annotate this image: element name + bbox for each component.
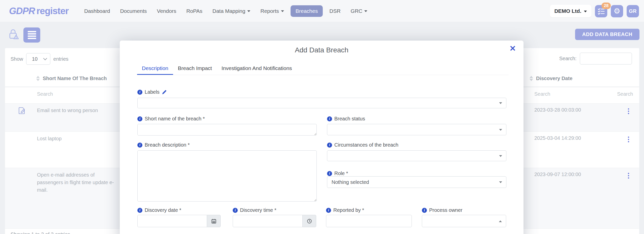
lock-warning-icon[interactable]: [7, 28, 20, 41]
info-icon[interactable]: i: [137, 208, 142, 213]
search-label: Search:: [559, 56, 577, 61]
tab-description[interactable]: Description: [137, 62, 173, 75]
labels-field-label: i Labels: [137, 89, 167, 95]
column-header-short-name[interactable]: Short Name Of The Breach: [36, 76, 107, 81]
breach-description-textarea[interactable]: [137, 150, 317, 202]
page-size-control: Show 10 entries: [11, 53, 68, 65]
info-icon[interactable]: i: [327, 116, 332, 121]
discovery-date: 2023-03-28 00:03:00: [534, 107, 581, 113]
discovery-time-input[interactable]: [233, 215, 303, 227]
discovery-date-group: [137, 215, 221, 227]
chevron-down-icon: [584, 11, 587, 12]
nav-item-reports[interactable]: Reports: [255, 5, 289, 17]
draft-document-icon: [18, 107, 25, 114]
chevron-down-icon: [281, 10, 284, 12]
chevron-down-icon: [499, 129, 502, 131]
short-name-textarea[interactable]: [137, 124, 317, 136]
role-label: i Role *: [327, 171, 348, 176]
chevron-down-icon: [43, 56, 47, 60]
row-actions-menu[interactable]: [626, 171, 631, 180]
app-logo[interactable]: GDPRregister: [9, 6, 69, 16]
info-icon[interactable]: i: [137, 116, 142, 121]
logo-register: register: [36, 6, 69, 16]
add-data-breach-button[interactable]: ADD DATA BREACH: [575, 29, 639, 40]
column-search-actions[interactable]: [617, 91, 640, 97]
role-select[interactable]: Nothing selected: [327, 176, 506, 188]
notification-badge: 28: [601, 3, 611, 9]
breach-name: Email sent to wrong person: [37, 107, 115, 114]
circumstances-select[interactable]: [327, 150, 506, 161]
reported-by-label: i Reported by *: [326, 207, 364, 213]
column-search-name[interactable]: [37, 91, 82, 97]
calendar-addon[interactable]: [207, 215, 221, 227]
info-icon[interactable]: i: [327, 143, 332, 148]
discovery-time-label: i Discovery time *: [233, 207, 276, 213]
company-selector[interactable]: DEMO Ltd.: [550, 5, 591, 17]
reported-by-input[interactable]: [326, 215, 412, 227]
short-name-label: i Short name of the breach *: [137, 116, 205, 122]
add-data-breach-modal: ✕ Add Data Breach Description Breach Imp…: [120, 41, 524, 234]
tab-investigation-notifications[interactable]: Investigation And Notifications: [217, 62, 297, 75]
main-nav: Dashboard Documents Vendors RoPAs Data M…: [79, 5, 373, 17]
discovery-time-group: [233, 215, 316, 227]
breach-status-select[interactable]: [327, 124, 506, 135]
nav-item-ropas[interactable]: RoPAs: [181, 5, 208, 17]
menu-icon: [28, 31, 36, 32]
logo-gdpr: GDPR: [9, 6, 35, 16]
nav-item-data-mapping[interactable]: Data Mapping: [207, 5, 255, 17]
discovery-date: 2025-03-04 14:29:00: [534, 135, 581, 141]
column-search-date[interactable]: [534, 91, 580, 97]
clock-icon: [307, 218, 312, 224]
gear-icon: ⚙: [614, 7, 620, 15]
navbar-right: DEMO Ltd. 28 ⚙ GR: [550, 0, 639, 22]
circumstances-label: i Circumstances of the breach: [327, 142, 398, 148]
breach-description-label: i Breach description *: [137, 142, 190, 148]
info-icon[interactable]: i: [422, 208, 427, 213]
page-size-select[interactable]: 10: [26, 53, 50, 65]
top-navbar: GDPRregister Dashboard Documents Vendors…: [0, 0, 644, 22]
breach-name: Lost laptop: [37, 135, 115, 142]
nav-item-vendors[interactable]: Vendors: [152, 5, 181, 17]
tasks-button[interactable]: 28: [595, 5, 607, 17]
role-select-value: Nothing selected: [332, 179, 369, 185]
nav-item-dsr[interactable]: DSR: [324, 5, 345, 17]
nav-item-breaches[interactable]: Breaches: [291, 5, 323, 17]
row-actions-menu[interactable]: [626, 107, 631, 116]
process-owner-label: i Process owner: [422, 207, 462, 213]
clock-addon[interactable]: [303, 215, 316, 227]
info-icon[interactable]: i: [233, 208, 238, 213]
process-owner-select[interactable]: [422, 215, 506, 227]
nav-item-documents[interactable]: Documents: [115, 5, 152, 17]
breach-name: Open e-mail addresses of passengers in f…: [37, 171, 115, 194]
info-icon[interactable]: i: [327, 171, 332, 176]
calendar-icon: [211, 218, 217, 224]
nav-item-grc[interactable]: GRC: [346, 5, 373, 17]
labels-select[interactable]: [137, 98, 506, 108]
modal-tabs: Description Breach Impact Investigation …: [137, 62, 509, 75]
info-icon[interactable]: i: [326, 208, 331, 213]
chevron-down-icon: [247, 10, 250, 12]
chevron-down-icon: [364, 10, 367, 12]
discovery-date: 2023-09-07 12:00:00: [534, 172, 581, 177]
search-input[interactable]: [580, 53, 632, 64]
tab-breach-impact[interactable]: Breach Impact: [173, 62, 217, 75]
sort-icon: [530, 76, 533, 81]
row-actions-menu[interactable]: [626, 135, 631, 144]
discovery-date-input[interactable]: [137, 215, 207, 227]
show-label: Show: [11, 56, 23, 62]
chevron-down-icon: [499, 102, 502, 104]
nav-item-dashboard[interactable]: Dashboard: [79, 5, 115, 17]
info-icon[interactable]: i: [137, 143, 142, 148]
breach-status-label: i Breach status: [327, 116, 365, 122]
discovery-date-label: i Discovery date *: [137, 207, 181, 213]
pencil-icon[interactable]: [162, 89, 167, 95]
info-icon[interactable]: i: [137, 90, 142, 95]
avatar: GR: [629, 8, 637, 14]
user-avatar-button[interactable]: GR: [627, 5, 639, 17]
settings-button[interactable]: ⚙: [611, 5, 623, 17]
list-view-button[interactable]: [23, 27, 40, 43]
column-header-discovery-date[interactable]: Discovery Date: [530, 76, 573, 81]
chevron-down-icon: [499, 155, 502, 157]
table-info: Showing 1 to 3 of 3 entries: [11, 231, 70, 234]
modal-title: Add Data Breach: [120, 46, 524, 54]
